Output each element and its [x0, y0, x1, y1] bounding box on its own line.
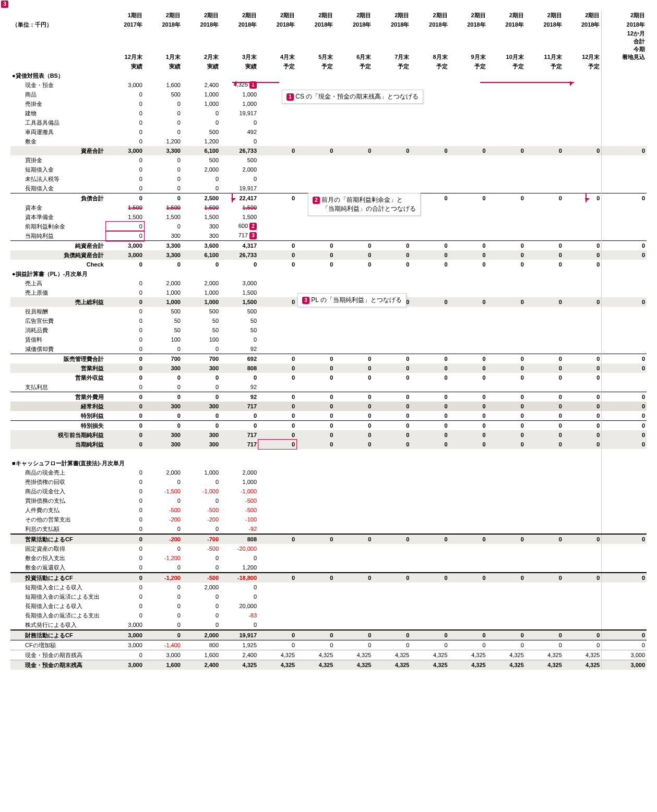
cf-cell-17-9: 0 [449, 630, 487, 640]
cf-label-9: 敷金の預入支出 [10, 553, 106, 563]
bs-cell-10-1: 0 [144, 174, 182, 184]
bs-cell-16-3: 717 3 [220, 231, 258, 241]
bs-cell-6-3: 0 [220, 137, 258, 146]
bs-cell-1-11 [525, 90, 564, 99]
bs-cell-7-9: 0 [449, 146, 487, 155]
cf-cell-13-6 [335, 592, 373, 601]
pl-cell-7-8 [411, 344, 449, 354]
cf-cell-19-13: 3,000 [602, 650, 647, 660]
pl-cell-12-9: 0 [449, 392, 487, 402]
header-cell: 11月末 [525, 29, 564, 62]
bs-cell-18-9: 0 [449, 250, 487, 260]
bs-cell-3-11 [525, 108, 564, 118]
bs-label-9: 短期借入金 [10, 165, 106, 174]
cf-cell-14-0: 0 [106, 601, 144, 611]
pl-cell-6-9 [449, 335, 487, 344]
bs-cell-19-13 [602, 260, 647, 269]
cf-cell-3-12 [564, 496, 602, 505]
pl-cell-7-4 [258, 344, 296, 354]
header-label: （単位：千円） [10, 20, 106, 29]
bs-cell-15-1: 0 [144, 222, 182, 231]
pl-cell-4-12 [564, 316, 602, 325]
header-label [10, 10, 106, 20]
bs-cell-14-1: 1,500 [144, 212, 182, 222]
pl-cell-15-1: 0 [144, 421, 182, 431]
pl-cell-14-5: 0 [296, 411, 335, 421]
cf-cell-19-5: 4,325 [296, 650, 335, 660]
bs-cell-0-0: 3,000 [106, 80, 144, 90]
header-cell: 12か月合計今期着地見込 [602, 29, 647, 62]
bs-cell-7-10: 0 [487, 146, 525, 155]
bs-cell-18-12: 0 [564, 250, 602, 260]
pl-cell-17-5: 0 [296, 440, 335, 449]
cf-cell-9-3: 0 [220, 553, 258, 563]
cf-cell-18-2: 800 [182, 640, 220, 650]
bs-label-2: 売掛金 [10, 99, 106, 108]
bs-cell-12-4: 0 [258, 193, 296, 203]
cf-cell-5-6 [335, 515, 373, 524]
pl-cell-0-3: 3,000 [220, 278, 258, 288]
cf-cell-3-6 [335, 496, 373, 505]
pl-cell-5-8 [411, 325, 449, 335]
cf-cell-3-3: -500 [220, 496, 258, 505]
bs-cell-16-8 [411, 231, 449, 241]
bs-cell-12-1: 0 [144, 193, 182, 203]
bs-cell-0-1: 1,600 [144, 80, 182, 90]
pl-cell-17-13: 0 [602, 440, 647, 449]
cf-cell-14-5 [296, 601, 335, 611]
pl-cell-13-11: 0 [525, 402, 564, 411]
pl-cell-8-12: 0 [564, 354, 602, 364]
cf-cell-8-11 [525, 544, 564, 553]
cf-cell-0-3: 2,000 [220, 468, 258, 477]
pl-cell-13-10: 0 [487, 402, 525, 411]
header-cell: 2018年 [564, 20, 602, 29]
pl-cell-16-6: 0 [335, 430, 373, 440]
bs-cell-16-10 [487, 231, 525, 241]
bs-cell-16-0: 0 [106, 231, 144, 241]
pl-cell-1-3: 1,500 [220, 288, 258, 297]
cf-label-14: 長期借入金による収入 [10, 601, 106, 611]
bs-cell-9-10 [487, 165, 525, 174]
pl-cell-10-11: 0 [525, 373, 564, 382]
bs-cell-2-2: 1,000 [182, 99, 220, 108]
pl-cell-11-4 [258, 382, 296, 392]
bs-cell-17-0: 3,000 [106, 241, 144, 251]
pl-label-17: 当期純利益 [10, 440, 106, 449]
pl-cell-4-2: 50 [182, 316, 220, 325]
bs-cell-19-9: 0 [449, 260, 487, 269]
bs-cell-19-11: 0 [525, 260, 564, 269]
pl-cell-6-5 [296, 335, 335, 344]
cf-cell-10-4 [258, 563, 296, 573]
pl-cell-5-5 [296, 325, 335, 335]
bs-cell-19-1: 0 [144, 260, 182, 269]
pl-cell-6-0: 0 [106, 335, 144, 344]
cf-cell-20-12: 4,325 [564, 660, 602, 670]
cf-cell-17-11: 0 [525, 630, 564, 640]
pl-cell-0-7 [373, 278, 411, 288]
cf-cell-3-4 [258, 496, 296, 505]
cf-cell-18-8: 0 [411, 640, 449, 650]
callout-2a-text: 前月の「前期利益剰余金」と [321, 196, 403, 203]
header-cell: 予定 [487, 62, 525, 71]
cf-cell-20-3: 4,325 [220, 660, 258, 670]
header-cell: 2018年 [296, 20, 335, 29]
pl-cell-6-12 [564, 335, 602, 344]
header-cell: 予定 [258, 62, 296, 71]
pl-cell-4-7 [373, 316, 411, 325]
bs-cell-14-12 [564, 212, 602, 222]
pl-cell-12-13: 0 [602, 392, 647, 402]
pl-cell-8-2: 700 [182, 354, 220, 364]
bs-cell-6-1: 1,200 [144, 137, 182, 146]
cf-cell-12-1: 0 [144, 583, 182, 592]
header-cell: 12月末 [106, 29, 144, 62]
pl-cell-13-9: 0 [449, 402, 487, 411]
cf-cell-8-4 [258, 544, 296, 553]
cf-cell-4-0: 0 [106, 505, 144, 515]
cf-cell-7-7: 0 [373, 534, 411, 544]
header-cell: 2018年 [335, 20, 373, 29]
bs-cell-13-11 [525, 203, 564, 212]
header-cell: 2018年 [220, 20, 258, 29]
cf-cell-5-10 [487, 515, 525, 524]
pl-cell-7-0: 0 [106, 344, 144, 354]
cf-cell-8-2: -500 [182, 544, 220, 553]
